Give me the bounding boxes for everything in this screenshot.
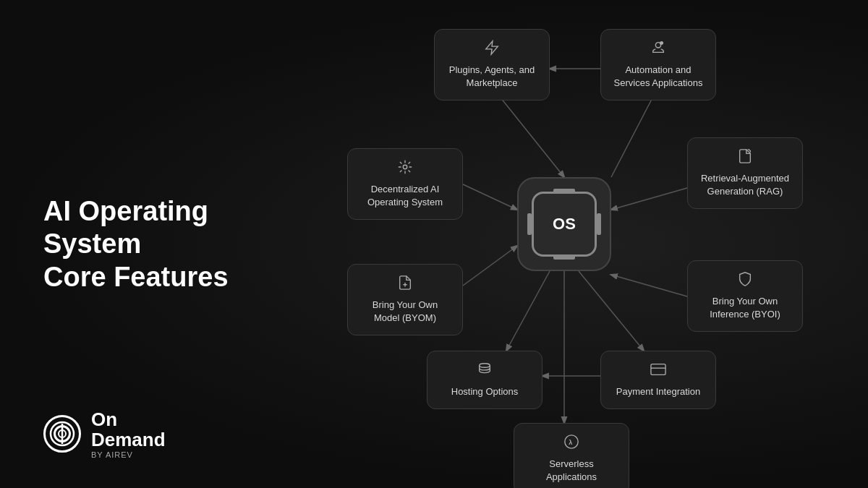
os-side-left xyxy=(527,213,532,235)
svg-point-2 xyxy=(59,430,66,437)
serverless-label: ServerlessApplications xyxy=(526,458,617,484)
logo-text: OnDemand BY AIREV xyxy=(91,409,166,459)
feature-box-byom: Bring Your OwnModel (BYOM) xyxy=(347,264,463,335)
os-side-right xyxy=(597,213,601,235)
svg-line-10 xyxy=(506,271,550,351)
svg-rect-20 xyxy=(651,364,665,375)
logo-brand: OnDemand xyxy=(91,409,166,450)
svg-line-7 xyxy=(611,188,687,210)
feature-box-plugins: Plugins, Agents, andMarketplace xyxy=(434,29,550,100)
hosting-icon xyxy=(439,361,530,381)
diagram: OS Plugins, Agents, andMarketplace Autom… xyxy=(311,14,854,474)
hosting-label: Hosting Options xyxy=(439,385,530,398)
plugins-label: Plugins, Agents, andMarketplace xyxy=(446,64,537,90)
os-center-box: OS xyxy=(517,177,611,271)
logo-icon xyxy=(43,415,81,453)
byoi-icon xyxy=(699,271,791,291)
main-container: AI Operating System Core Features OnDema… xyxy=(0,0,868,488)
decentralized-label: Decentralized AIOperating System xyxy=(359,183,451,209)
os-label: OS xyxy=(553,215,576,234)
feature-box-decentralized: Decentralized AIOperating System xyxy=(347,148,463,220)
byoi-label: Bring Your OwnInference (BYOI) xyxy=(699,295,791,321)
feature-box-hosting: Hosting Options xyxy=(427,351,542,409)
feature-box-automation: Automation andServices Applications xyxy=(600,29,716,100)
feature-box-serverless: λ ServerlessApplications xyxy=(514,423,629,488)
svg-line-8 xyxy=(463,246,517,286)
automation-label: Automation andServices Applications xyxy=(613,64,704,90)
svg-text:λ: λ xyxy=(569,439,572,446)
automation-icon xyxy=(613,40,704,59)
svg-line-11 xyxy=(579,271,644,351)
decentralized-icon xyxy=(359,159,451,179)
plugins-icon xyxy=(446,40,537,59)
svg-point-19 xyxy=(480,364,490,368)
rag-label: Retrieval-AugmentedGeneration (RAG) xyxy=(699,172,791,198)
svg-point-16 xyxy=(403,165,407,169)
serverless-icon: λ xyxy=(526,434,617,453)
byom-label: Bring Your OwnModel (BYOM) xyxy=(359,299,451,325)
main-title: AI Operating System Core Features xyxy=(43,194,275,294)
os-inner-box: OS xyxy=(532,192,597,257)
svg-line-6 xyxy=(463,184,517,210)
svg-line-9 xyxy=(611,275,687,296)
svg-point-0 xyxy=(51,422,74,445)
payment-icon xyxy=(613,361,704,381)
byom-icon xyxy=(359,275,451,294)
feature-box-payment: Payment Integration xyxy=(600,351,716,409)
logo-area: OnDemand BY AIREV xyxy=(43,409,166,459)
payment-label: Payment Integration xyxy=(613,385,704,398)
logo-sub: BY AIREV xyxy=(91,450,166,459)
svg-point-15 xyxy=(660,42,663,45)
feature-box-byoi: Bring Your OwnInference (BYOI) xyxy=(687,260,803,332)
rag-icon xyxy=(699,148,791,168)
feature-box-rag: Retrieval-AugmentedGeneration (RAG) xyxy=(687,137,803,209)
